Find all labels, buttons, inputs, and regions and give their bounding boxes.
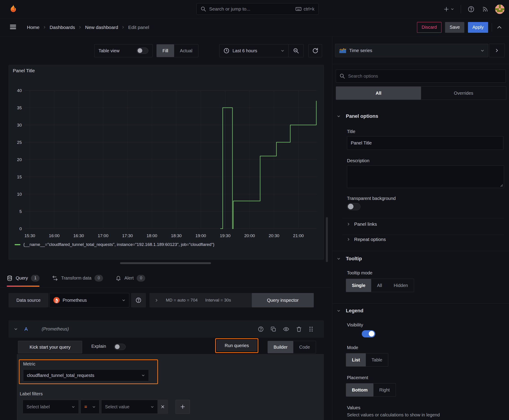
zoom-out-button[interactable] bbox=[289, 45, 304, 57]
chevron-down-icon bbox=[337, 309, 341, 313]
search-options-input[interactable]: Search options bbox=[336, 69, 506, 82]
legend-visibility-toggle[interactable] bbox=[362, 330, 375, 338]
chevron-right-icon bbox=[347, 238, 350, 241]
run-queries-button[interactable]: Run queries bbox=[217, 340, 257, 351]
add-new-button[interactable] bbox=[443, 5, 455, 13]
legend-series-swatch[interactable] bbox=[15, 244, 20, 245]
table-view-control: Table view bbox=[94, 44, 153, 57]
top-navigation-bar: Search or jump to... ctrl+k bbox=[0, 0, 509, 18]
svg-text:20:00: 20:00 bbox=[244, 233, 255, 238]
legend-placement-right[interactable]: Right bbox=[373, 383, 396, 397]
legend-visibility-label: Visibility bbox=[347, 322, 363, 328]
panel-options-section-header[interactable]: Panel options bbox=[337, 113, 378, 119]
legend-mode-table[interactable]: Table bbox=[366, 353, 388, 366]
tooltip-mode-single[interactable]: Single bbox=[346, 279, 371, 292]
news-button[interactable] bbox=[481, 5, 489, 13]
section-divider bbox=[342, 218, 504, 218]
search-shortcut: ctrl+k bbox=[296, 7, 314, 12]
legend-section-header[interactable]: Legend bbox=[337, 308, 363, 314]
fill-option[interactable]: Fill bbox=[157, 45, 174, 57]
menu-toggle-button[interactable] bbox=[8, 23, 17, 32]
legend-mode-list[interactable]: List bbox=[346, 353, 366, 366]
search-icon bbox=[201, 6, 206, 12]
rss-icon bbox=[482, 6, 488, 12]
tab-alert[interactable]: Alert 0 bbox=[116, 269, 145, 288]
panel-title-input[interactable] bbox=[347, 136, 503, 150]
chevron-down-icon bbox=[151, 405, 154, 409]
toggle-visibility-icon[interactable] bbox=[283, 326, 289, 332]
visualization-picker[interactable]: Time series bbox=[335, 44, 488, 57]
svg-text:19:00: 19:00 bbox=[196, 233, 206, 238]
active-tab-underline bbox=[7, 286, 39, 287]
code-option[interactable]: Code bbox=[293, 341, 316, 353]
query-help-icon[interactable] bbox=[258, 326, 264, 332]
chevron-down-icon[interactable] bbox=[14, 327, 18, 331]
user-avatar[interactable] bbox=[495, 5, 504, 14]
drag-handle-icon[interactable] bbox=[309, 326, 313, 332]
select-value-dropdown[interactable]: Select value bbox=[101, 400, 158, 413]
collapse-options-button[interactable] bbox=[495, 23, 503, 31]
discard-button[interactable]: Discard bbox=[417, 22, 442, 33]
breadcrumb-new-dashboard[interactable]: New dashboard bbox=[85, 25, 118, 30]
builder-option[interactable]: Builder bbox=[268, 341, 293, 353]
legend-series-name[interactable]: {__name__="cloudflared_tunnel_total_requ… bbox=[23, 242, 214, 247]
panel-resize-handle[interactable] bbox=[120, 262, 211, 264]
tooltip-section-header[interactable]: Tooltip bbox=[337, 256, 362, 262]
title-field-label: Title bbox=[347, 129, 355, 134]
panel-links-section[interactable]: Panel links bbox=[347, 221, 377, 227]
add-filter-button[interactable] bbox=[175, 400, 190, 414]
tab-query[interactable]: Query 1 bbox=[7, 269, 39, 288]
refresh-button[interactable] bbox=[308, 44, 322, 57]
transparent-background-toggle[interactable] bbox=[347, 203, 360, 210]
operator-value: = bbox=[84, 404, 87, 409]
query-inspector-button[interactable]: Query inspector bbox=[252, 293, 314, 307]
kick-start-query-button[interactable]: Kick start your query bbox=[18, 341, 82, 353]
apply-button[interactable]: Apply bbox=[468, 22, 488, 33]
scrollbar-thumb[interactable] bbox=[326, 217, 328, 262]
description-field[interactable] bbox=[347, 165, 504, 188]
tooltip-mode-hidden[interactable]: Hidden bbox=[388, 279, 414, 292]
tab-all-options[interactable]: All bbox=[336, 87, 421, 100]
svg-text:5: 5 bbox=[19, 209, 22, 214]
max-data-points-value: MD = auto = 704 bbox=[166, 298, 198, 303]
tab-transform-data[interactable]: Transform data 0 bbox=[52, 269, 103, 288]
legend-placement-bottom[interactable]: Bottom bbox=[346, 383, 373, 397]
help-button[interactable] bbox=[467, 5, 475, 14]
delete-query-icon[interactable] bbox=[296, 326, 302, 332]
data-source-help-button[interactable] bbox=[131, 293, 146, 307]
collapse-sidebar-button[interactable] bbox=[489, 44, 505, 57]
section-divider bbox=[332, 303, 509, 304]
time-range-picker[interactable]: Last 6 hours bbox=[220, 48, 289, 54]
duplicate-query-icon[interactable] bbox=[270, 326, 276, 332]
explain-toggle[interactable] bbox=[114, 344, 126, 350]
query-datasource-name: (Prometheus) bbox=[42, 326, 69, 332]
save-button[interactable]: Save bbox=[445, 22, 464, 33]
breadcrumb-home[interactable]: Home bbox=[27, 25, 39, 30]
remove-filter-button[interactable] bbox=[158, 400, 168, 413]
query-options-row[interactable]: MD = auto = 704 Interval = 30s bbox=[150, 293, 254, 307]
query-refid[interactable]: A bbox=[24, 326, 28, 332]
breadcrumb-dashboards[interactable]: Dashboards bbox=[50, 25, 75, 30]
resize-handle-icon[interactable] bbox=[500, 184, 503, 187]
panel-options-sidebar: Time series Search options All Overrides… bbox=[332, 36, 509, 420]
metric-select[interactable]: cloudflared_tunnel_total_requests bbox=[23, 369, 149, 381]
svg-text:15: 15 bbox=[17, 174, 22, 179]
data-source-picker[interactable]: Prometheus bbox=[49, 293, 129, 307]
tab-overrides[interactable]: Overrides bbox=[421, 87, 506, 100]
legend-values-description: Select values or calculations to show in… bbox=[347, 412, 440, 418]
grafana-logo-icon[interactable] bbox=[8, 4, 18, 14]
actual-option[interactable]: Actual bbox=[174, 45, 198, 57]
select-label-placeholder: Select label bbox=[26, 404, 50, 409]
search-input[interactable]: Search or jump to... ctrl+k bbox=[196, 3, 319, 15]
section-divider bbox=[342, 235, 504, 235]
select-label-dropdown[interactable]: Select label bbox=[23, 400, 79, 414]
topnav-divider bbox=[461, 5, 461, 14]
timeseries-chart[interactable]: 15:3016:0016:3017:0017:3018:0018:3019:00… bbox=[9, 65, 324, 240]
legend-mode-label: Mode bbox=[347, 345, 358, 350]
operator-dropdown[interactable]: = bbox=[81, 400, 99, 414]
table-view-toggle[interactable] bbox=[137, 48, 148, 54]
repeat-options-section[interactable]: Repeat options bbox=[347, 237, 386, 242]
tooltip-mode-all[interactable]: All bbox=[371, 279, 388, 292]
query-row-header[interactable]: A (Prometheus) bbox=[8, 320, 324, 338]
prometheus-icon bbox=[53, 297, 60, 304]
